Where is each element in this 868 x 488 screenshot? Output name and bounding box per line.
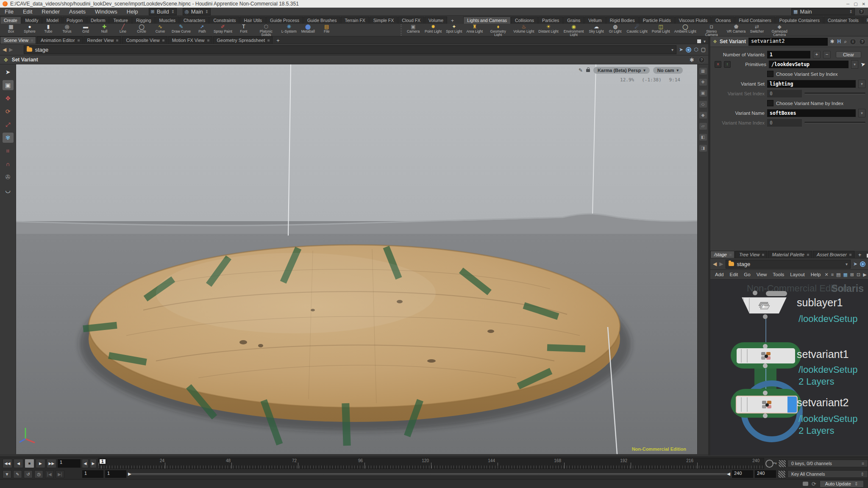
- shelf-tab[interactable]: Terrain FX: [341, 17, 369, 24]
- pane-tab[interactable]: Scene View: [0, 36, 36, 44]
- range-end-handle[interactable]: ◀: [727, 471, 730, 476]
- back-icon[interactable]: ◀: [3, 47, 6, 53]
- add-variant-button[interactable]: +: [813, 51, 821, 58]
- playback-start-field[interactable]: 1: [105, 470, 126, 478]
- gear-icon[interactable]: ✱: [830, 39, 835, 44]
- main-context-selector[interactable]: ◎ Main ⇕: [183, 8, 211, 15]
- tool-point-light[interactable]: ✹ Point Light: [423, 24, 444, 36]
- secure-selection-lock-icon[interactable]: ▣: [3, 80, 14, 90]
- node-setvariant2-selected[interactable]: [736, 396, 798, 413]
- spinner-icon[interactable]: ⇕: [205, 9, 209, 14]
- tool-environment-light[interactable]: ◉ Environment Light: [561, 24, 587, 36]
- shelf-tab[interactable]: Create: [0, 17, 21, 24]
- pane-tab[interactable]: Motion FX View: [168, 36, 212, 44]
- title-bar[interactable]: E:/CAVE_data_videos/shop/houdini_lookDev…: [0, 0, 868, 8]
- camera-selector-pill[interactable]: No cam▾: [653, 67, 683, 74]
- shelf-tab[interactable]: Rigid Bodies: [606, 17, 639, 24]
- translate-tool-icon[interactable]: ✥: [3, 93, 14, 103]
- list-view-icon[interactable]: ▤: [836, 272, 840, 277]
- tool-ambient-light[interactable]: ◯ Ambient Light: [672, 24, 698, 36]
- choose-variant-set-checkbox[interactable]: [767, 71, 773, 77]
- network-menu-item[interactable]: View: [754, 272, 770, 277]
- pane-tab[interactable]: Animation Editor: [37, 36, 83, 44]
- shelf-tab[interactable]: Modify: [22, 17, 42, 24]
- frame-increment-button[interactable]: ▶: [90, 459, 97, 468]
- handles-tool-icon[interactable]: ✾: [3, 133, 14, 143]
- tool-geometry-light[interactable]: ♦ Geometry Light: [485, 24, 511, 36]
- range-end-field[interactable]: 240: [755, 470, 776, 478]
- pane-tab[interactable]: Composite View: [122, 36, 167, 44]
- display-points-icon[interactable]: ◇: [699, 101, 707, 108]
- display-geometry-icon[interactable]: ❖: [699, 79, 707, 86]
- range-slider[interactable]: ▶ ◀: [128, 473, 730, 475]
- tool-switcher[interactable]: ⇄ Switcher: [748, 24, 766, 36]
- menu-item[interactable]: Edit: [18, 8, 37, 16]
- node-sublayer1[interactable]: +: [739, 297, 790, 313]
- auto-update-selector[interactable]: Auto Update ⇕: [820, 480, 864, 488]
- shelf-tab[interactable]: Populate Containers: [776, 17, 823, 24]
- info-icon[interactable]: i: [850, 39, 856, 45]
- shelf-tab[interactable]: Hair Utils: [240, 17, 266, 24]
- shelf-tab[interactable]: Simple FX: [370, 17, 398, 24]
- tool-path[interactable]: ➚ Path: [193, 24, 211, 36]
- tool-font[interactable]: T Font: [234, 24, 253, 36]
- tool-vr-camera[interactable]: ⬟ VR Camera: [725, 24, 748, 36]
- playback-end-field[interactable]: 240: [732, 470, 753, 478]
- shelf-tab[interactable]: Oceans: [712, 17, 734, 24]
- frame-decrement-button[interactable]: ◀: [82, 459, 89, 468]
- tool-grid[interactable]: ▬ Grid: [76, 24, 95, 36]
- pane-tab[interactable]: Geometry Spreadsheet: [213, 36, 273, 44]
- node-display-flag[interactable]: [787, 396, 797, 413]
- maximize-button[interactable]: ▢: [854, 2, 857, 6]
- current-frame-field[interactable]: 1: [58, 459, 81, 468]
- help-icon[interactable]: ?: [698, 57, 705, 63]
- scene-viewport[interactable]: ➤▣✥⟳⤢✾⌗∩✇◡: [0, 64, 708, 454]
- help-icon[interactable]: ?: [859, 39, 865, 45]
- keyframe-menu-icon[interactable]: ▾: [775, 461, 777, 466]
- primitives-field[interactable]: /lookdevSetup: [769, 61, 849, 68]
- shelf-tab[interactable]: Particles: [538, 17, 563, 24]
- tool-stereo-camera[interactable]: ◘ Stereo Camera: [698, 24, 725, 36]
- back-icon[interactable]: ◀: [713, 261, 717, 267]
- minimize-button[interactable]: ─: [846, 2, 849, 6]
- step-back-button[interactable]: ◀: [14, 459, 23, 468]
- shelf-tab[interactable]: Polygon: [63, 17, 86, 24]
- rotate-tool-icon[interactable]: ⟳: [3, 106, 14, 116]
- tool-metaball[interactable]: ⬤ Metaball: [299, 24, 317, 36]
- tool-volume-light[interactable]: ♨ Volume Light: [511, 24, 536, 36]
- shelf-tab[interactable]: Grains: [563, 17, 584, 24]
- refresh-icon[interactable]: ⟳: [812, 481, 816, 487]
- pane-tab[interactable]: /stage: [710, 251, 734, 258]
- pane-tab[interactable]: Material Palette: [768, 251, 812, 258]
- tool-area-light[interactable]: ♜ Area Light: [464, 24, 485, 36]
- spinner-icon[interactable]: ⇕: [849, 9, 853, 14]
- variant-name-dropdown-icon[interactable]: ▾: [858, 109, 865, 117]
- range-start-field[interactable]: 1: [82, 470, 103, 478]
- tool-sky-light[interactable]: ☁ Sky Light: [587, 24, 606, 36]
- cube-icon[interactable]: ⬡: [694, 47, 698, 53]
- clear-button[interactable]: Clear: [836, 51, 861, 58]
- stop-button[interactable]: ■: [25, 459, 34, 468]
- display-lock-icon[interactable]: ▣: [699, 90, 707, 97]
- forward-icon[interactable]: ▶: [9, 47, 13, 53]
- key-all-channels-button[interactable]: Key All Channels ⇕: [787, 470, 868, 478]
- shelf-tab[interactable]: Pyro FX: [863, 17, 868, 24]
- desktop-build-selector[interactable]: ⊞ Build ⇕: [149, 8, 177, 15]
- tree-list-icon[interactable]: ≡: [831, 272, 834, 277]
- tool-sphere[interactable]: ● Sphere: [20, 24, 39, 36]
- snapshot-icon[interactable]: ⊡: [857, 272, 860, 277]
- search-icon[interactable]: ⌕: [844, 39, 847, 44]
- desktop-selector[interactable]: ▦ Main ⇕: [791, 8, 855, 15]
- shelf-tab[interactable]: Fluid Containers: [735, 17, 775, 24]
- display-normals-icon[interactable]: ◆: [699, 112, 707, 119]
- timeline-ruler[interactable]: 24487296120144168192216240 1: [98, 458, 764, 469]
- network-menu-item[interactable]: Edit: [726, 272, 741, 277]
- shelf-tab[interactable]: Container Tools: [824, 17, 862, 24]
- shelf-tab[interactable]: Cloud FX: [398, 17, 424, 24]
- pencil-icon[interactable]: ✎: [579, 67, 583, 73]
- network-path-field[interactable]: stage ▾: [726, 260, 850, 269]
- tool-circle[interactable]: ◯ Circle: [132, 24, 151, 36]
- shelf-tab[interactable]: Deform: [87, 17, 109, 24]
- tool-tube[interactable]: ▮ Tube: [39, 24, 58, 36]
- display-snapshot-icon[interactable]: ▦: [699, 68, 707, 75]
